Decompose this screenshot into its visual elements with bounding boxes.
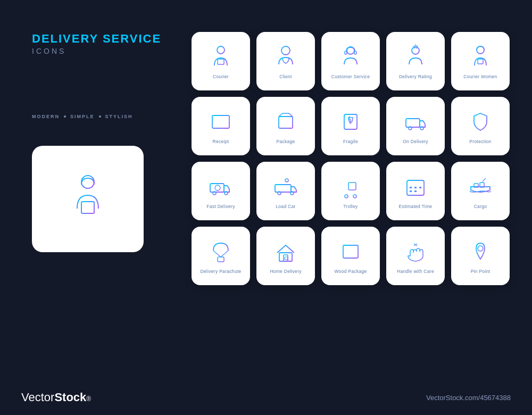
icon-card-handle-with-care: Handle with Care (386, 227, 445, 285)
icon-card-customer-service: Customer Service (321, 32, 380, 90)
label-delivery-parachute: Delivery Parachute (200, 269, 241, 274)
tagline-simple: SIMPLE (70, 114, 95, 119)
brand-title: DELIVERY SERVICE ICONS (32, 32, 181, 55)
svg-rect-26 (406, 119, 420, 127)
icon-card-on-delivery: On Delivery (386, 97, 445, 155)
icon-card-receipt: Receipt (192, 97, 250, 155)
label-on-delivery: On Delivery (403, 139, 428, 144)
label-trolley: Trolley (343, 204, 358, 209)
logo-vector: Vector (21, 391, 54, 404)
hero-card (32, 146, 144, 252)
svg-rect-57 (414, 190, 417, 192)
dot-2 (99, 115, 101, 118)
icons-grid: Courier Client (192, 32, 510, 285)
svg-rect-14 (478, 59, 483, 64)
icon-card-courier-women: Courier Women (451, 32, 510, 90)
icon-card-courier: Courier (192, 32, 250, 90)
icon-card-delivery-parachute: Delivery Parachute (192, 227, 250, 285)
svg-rect-31 (210, 184, 224, 192)
svg-point-7 (281, 46, 290, 55)
icon-card-load-car: Load Car (256, 162, 315, 220)
icon-card-package: Package (256, 97, 315, 155)
label-delivery-rating: Delivery Rating (399, 74, 432, 79)
svg-rect-37 (275, 185, 291, 192)
icon-card-protection: Protection (451, 97, 510, 155)
logo-stock: Stock (54, 391, 86, 404)
svg-rect-9 (345, 51, 347, 54)
label-wood-package: Wood Package (334, 269, 367, 274)
svg-rect-53 (410, 187, 412, 188)
label-home-delivery: Home Delivery (270, 269, 302, 274)
svg-rect-71 (343, 245, 358, 258)
sub-title: ICONS (32, 47, 181, 55)
main-content: DELIVERY SERVICE ICONS MODERN SIMPLE STY… (0, 0, 532, 383)
label-client: Client (279, 74, 292, 79)
label-customer-service: Customer Service (331, 74, 370, 79)
label-pin-point: Pin Point (471, 269, 491, 274)
main-title: DELIVERY SERVICE (32, 32, 181, 46)
svg-rect-10 (354, 51, 356, 54)
svg-point-40 (285, 179, 288, 182)
tagline-modern: MODERN (32, 114, 60, 119)
svg-rect-69 (284, 255, 288, 261)
svg-line-63 (213, 251, 221, 257)
svg-point-4 (217, 46, 225, 54)
icon-card-fragile: Fragile (321, 97, 380, 155)
icon-card-pin-point: Pin Point (451, 227, 510, 285)
svg-rect-56 (410, 190, 412, 192)
svg-point-80 (478, 246, 483, 251)
svg-line-64 (221, 251, 228, 257)
svg-rect-16 (212, 115, 229, 128)
left-panel: DELIVERY SERVICE ICONS MODERN SIMPLE STY… (32, 32, 181, 252)
label-cargo: Cargo (474, 204, 487, 209)
icon-card-delivery-rating: Delivery Rating (386, 32, 445, 90)
icon-card-client: Client (256, 32, 315, 90)
svg-rect-55 (419, 187, 421, 188)
icon-card-home-delivery: Home Delivery (256, 227, 315, 285)
logo-reg: ® (86, 395, 91, 403)
icon-card-wood-package: Wood Package (321, 227, 380, 285)
label-estimated-time: Estimated Time (399, 204, 433, 209)
label-courier: Courier (213, 74, 229, 79)
icon-card-fast-delivery: Fast Delivery (192, 162, 250, 220)
label-fragile: Fragile (343, 139, 358, 144)
svg-point-45 (353, 195, 356, 198)
label-courier-women: Courier Women (463, 74, 497, 79)
footer-url: VectorStock.com/45674388 (426, 394, 511, 402)
vectorstock-logo: VectorStock® (21, 391, 91, 404)
tagline-stylish: STYLISH (105, 114, 133, 119)
label-load-car: Load Car (276, 204, 295, 209)
icon-card-cargo: Cargo (451, 162, 510, 220)
label-fast-delivery: Fast Delivery (206, 204, 235, 209)
icon-card-trolley: Trolley (321, 162, 380, 220)
label-package: Package (276, 139, 295, 144)
page-container: DELIVERY SERVICE ICONS MODERN SIMPLE STY… (0, 0, 532, 415)
label-handle-with-care: Handle with Care (397, 269, 434, 274)
label-receipt: Receipt (213, 139, 229, 144)
svg-point-0 (81, 176, 94, 188)
dot-1 (64, 115, 66, 118)
icon-card-estimated-time: Estimated Time (386, 162, 445, 220)
svg-point-44 (345, 195, 348, 198)
tagline: MODERN SIMPLE STYLISH (32, 114, 181, 119)
hero-icon (59, 169, 117, 229)
svg-rect-54 (414, 187, 417, 188)
footer: VectorStock® VectorStock.com/45674388 (0, 383, 532, 415)
svg-rect-70 (285, 257, 288, 260)
label-protection: Protection (469, 139, 491, 144)
